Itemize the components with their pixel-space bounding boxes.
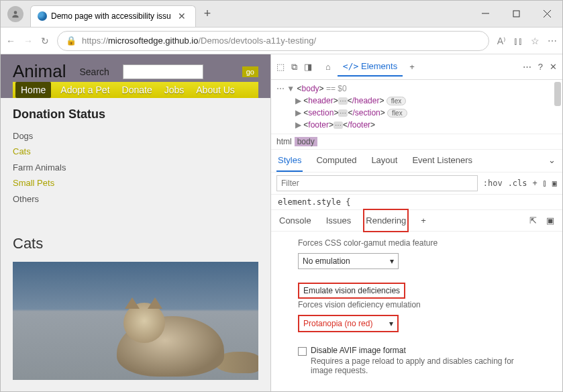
svg-rect-2 [513,11,519,17]
read-aloud-icon[interactable]: A⁾ [497,36,505,46]
search-label: Search [79,66,109,77]
devtools-panel: ⬚ ⧉ ◨ ⌂ </> Elements + ⋯ ? ✕ ⋯ ▼ <body> … [270,54,562,392]
new-tab-button[interactable]: + [196,7,219,21]
list-item[interactable]: Cats [13,144,258,159]
gamut-select[interactable]: No emulation▾ [298,253,399,269]
url-path: /Demos/devtools-a11y-testing/ [198,36,316,46]
close-tab-icon[interactable]: ✕ [175,11,189,21]
url-protocol: https:// [82,36,108,46]
add-drawer-tab-icon[interactable]: + [419,210,427,231]
gamut-desc: Forces CSS color-gamut media feature [298,238,535,248]
chevron-down-icon[interactable]: ⌄ [547,150,557,172]
devtools-toolbar: ⬚ ⧉ ◨ ⌂ </> Elements + ⋯ ? ✕ [271,54,562,80]
window-titlebar: Demo page with accessibility issu ✕ + [1,1,562,28]
inspect-icon[interactable]: ⬚ [276,62,285,72]
vision-heading: Emulate vision deficiencies [298,283,405,299]
flex-icon[interactable]: ▣ [552,179,557,188]
svg-point-0 [14,11,17,14]
avif-desc: Requires a page reload to apply and disa… [311,356,535,375]
page-viewport: Animal Search go Home Adopt a Pet Donate… [1,54,270,392]
refresh-button[interactable]: ↻ [41,36,49,46]
close-devtools-icon[interactable]: ✕ [550,62,557,72]
add-tab-icon[interactable]: + [409,62,415,72]
search-input[interactable] [123,64,203,79]
tab-issues[interactable]: Issues [325,210,353,231]
paint-icon[interactable]: ⫿ [543,179,547,188]
dom-tree[interactable]: ⋯ ▼ <body> == $0 ▶ <header>⋯</header> fl… [271,80,562,134]
list-item[interactable]: Dogs [13,128,258,144]
breadcrumb[interactable]: html body [271,134,562,150]
list-item[interactable]: Farm Animals [13,160,258,175]
more-icon[interactable]: ⋯ [548,36,557,46]
url-field[interactable]: 🔒 https://microsoftedge.github.io/Demos/… [57,31,489,51]
dock-icon[interactable]: ◨ [304,62,312,72]
favorite-icon[interactable]: ☆ [531,36,540,46]
minimize-button[interactable] [470,1,501,28]
go-button[interactable]: go [242,66,258,77]
avif-heading: Disable AVIF image format [311,346,535,355]
tab-title: Demo page with accessibility issu [51,11,171,21]
hov-toggle[interactable]: :hov [483,179,503,188]
scrollbar[interactable] [554,82,561,106]
tab-computed[interactable]: Computed [315,150,358,172]
cat-image [13,262,258,380]
forward-button: → [23,36,33,46]
tab-elements[interactable]: </> Elements [338,57,403,77]
maximize-button[interactable] [501,1,531,28]
rendering-panel[interactable]: Forces CSS color-gamut media feature No … [271,232,562,392]
address-bar: ← → ↻ 🔒 https://microsoftedge.github.io/… [1,28,562,54]
tab-styles[interactable]: Styles [276,150,303,172]
vision-select[interactable]: Protanopia (no red)▾ [298,315,399,332]
device-icon[interactable]: ⧉ [291,62,297,72]
crumb-html[interactable]: html [276,137,292,146]
nav-home[interactable]: Home [15,82,51,98]
home-icon[interactable]: ⌂ [325,62,331,72]
chevron-down-icon: ▾ [390,256,394,266]
element-style[interactable]: element.style { [271,195,562,210]
vision-desc: Forces vision deficiency emulation [298,300,535,309]
url-host: microsoftedge.github.io [108,36,198,46]
tab-rendering[interactable]: Rendering [364,210,407,231]
more-tools-icon[interactable]: ⋯ [523,62,531,72]
styles-tabs: Styles Computed Layout Event Listeners ⌄ [271,150,562,173]
profile-avatar[interactable] [7,6,23,22]
panel-icon[interactable]: ▣ [545,210,556,231]
site-logo[interactable]: Animal [13,61,66,82]
back-button[interactable]: ← [6,36,15,46]
donation-list: Dogs Cats Farm Animals Small Pets Others [13,128,258,207]
cls-toggle[interactable]: .cls [508,179,527,188]
drawer-tabs: Console Issues Rendering + ⇱ ▣ [271,210,562,232]
close-window-button[interactable] [531,1,562,28]
nav-adopt[interactable]: Adopt a Pet [60,85,109,95]
nav-donate[interactable]: Donate [122,85,152,95]
list-item[interactable]: Small Pets [13,175,258,191]
main-nav: Home Adopt a Pet Donate Jobs About Us [13,82,258,98]
list-item[interactable]: Others [13,191,258,207]
crumb-body[interactable]: body [295,137,317,146]
nav-jobs[interactable]: Jobs [164,85,185,95]
lock-icon: 🔒 [66,36,76,46]
expand-icon[interactable]: ⇱ [528,210,538,231]
edge-icon [38,11,47,21]
tab-layout[interactable]: Layout [370,150,399,172]
filter-row: :hov .cls + ⫿ ▣ [271,173,562,195]
avif-checkbox[interactable] [298,347,307,356]
nav-about[interactable]: About Us [196,85,235,95]
tab-console[interactable]: Console [278,210,313,231]
tab-eventlisteners[interactable]: Event Listeners [411,150,474,172]
new-style-icon[interactable]: + [533,179,538,188]
help-icon[interactable]: ? [538,62,543,72]
donation-heading: Donation Status [13,107,258,121]
collections-icon[interactable]: ⫿⫿ [513,36,523,46]
browser-tab[interactable]: Demo page with accessibility issu ✕ [30,5,196,27]
chevron-down-icon: ▾ [389,319,393,328]
filter-input[interactable] [276,175,478,191]
section-heading: Cats [13,235,258,252]
